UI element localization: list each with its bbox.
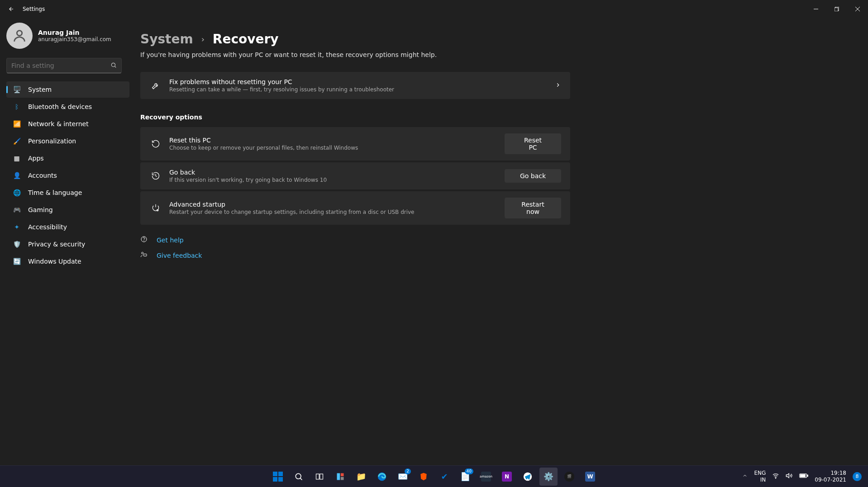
- sidebar-item-privacy[interactable]: 🛡️ Privacy & security: [6, 236, 129, 252]
- window-controls: [806, 0, 868, 18]
- card-advanced-startup: Advanced startup Restart your device to …: [140, 191, 570, 225]
- taskbar-right: ENG IN 19:18 09-07-2021 8: [742, 470, 868, 483]
- sidebar-item-label: Accessibility: [28, 223, 67, 231]
- card-subtitle: Resetting can take a while — first, try …: [169, 86, 555, 93]
- sidebar-item-windows-update[interactable]: 🔄 Windows Update: [6, 253, 129, 270]
- svg-rect-9: [316, 474, 320, 479]
- card-title: Fix problems without resetting your PC: [169, 78, 555, 85]
- grid-icon: ▦: [13, 154, 21, 162]
- sidebar-item-time-language[interactable]: 🌐 Time & language: [6, 184, 129, 201]
- sidebar-item-personalization[interactable]: 🖌️ Personalization: [6, 133, 129, 149]
- taskbar-app-davinci[interactable]: 🎬: [560, 468, 578, 486]
- minimize-button[interactable]: [806, 0, 826, 18]
- chevron-right-icon: [555, 81, 561, 90]
- card-title: Reset this PC: [169, 137, 505, 144]
- sidebar-item-gaming[interactable]: 🎮 Gaming: [6, 202, 129, 218]
- clock[interactable]: 19:18 09-07-2021: [815, 470, 846, 483]
- taskbar-app-edge[interactable]: [373, 468, 391, 486]
- help-links: Get help Give feedback: [140, 236, 850, 260]
- svg-rect-18: [807, 475, 808, 476]
- taskbar-app-telegram[interactable]: [519, 468, 537, 486]
- feedback-icon: [140, 251, 148, 260]
- power-settings-icon: [149, 203, 162, 213]
- taskbar-app-widgets[interactable]: [331, 468, 349, 486]
- sidebar-item-system[interactable]: 🖥️ System: [6, 81, 129, 98]
- search-input[interactable]: [11, 62, 110, 69]
- sidebar-item-apps[interactable]: ▦ Apps: [6, 150, 129, 166]
- files-badge: 40: [465, 468, 473, 474]
- taskbar-app-todo[interactable]: ✔: [435, 468, 453, 486]
- back-button[interactable]: [5, 2, 18, 16]
- battery-icon[interactable]: [799, 473, 808, 480]
- maximize-button[interactable]: [826, 0, 847, 18]
- avatar: [6, 23, 33, 49]
- svg-rect-7: [143, 254, 147, 256]
- time: 19:18: [815, 470, 846, 476]
- sidebar-item-label: Personalization: [28, 137, 76, 145]
- svg-point-1: [17, 31, 22, 36]
- card-go-back: Go back If this version isn't working, t…: [140, 162, 570, 189]
- sidebar-item-label: Network & internet: [28, 120, 89, 128]
- svg-point-16: [776, 478, 776, 478]
- date: 09-07-2021: [815, 477, 846, 483]
- close-button[interactable]: [847, 0, 868, 18]
- person-icon: 👤: [13, 171, 21, 180]
- notifications-badge[interactable]: 8: [853, 472, 862, 481]
- wifi-icon[interactable]: [772, 472, 779, 481]
- taskbar-search[interactable]: [290, 468, 308, 486]
- content-area: System › Recovery If you're having probl…: [136, 18, 868, 465]
- get-help-link[interactable]: Get help: [140, 236, 850, 245]
- taskbar-app-files[interactable]: 📄40: [456, 468, 474, 486]
- help-icon: [140, 236, 148, 245]
- sidebar-item-label: System: [28, 86, 52, 93]
- card-subtitle: Choose to keep or remove your personal f…: [169, 145, 505, 151]
- taskbar-app-file-explorer[interactable]: 📁: [352, 468, 370, 486]
- svg-point-8: [296, 473, 301, 479]
- tray-chevron[interactable]: [742, 473, 748, 480]
- sidebar: Anurag Jain anuragjain353@gmail.com 🖥️ S…: [0, 18, 136, 465]
- taskbar: 📁 ✉️2 ✔ 📄40 amazon N ⚙️ 🎬 W: [0, 465, 868, 487]
- card-fix-problems[interactable]: Fix problems without resetting your PC R…: [140, 72, 570, 99]
- sidebar-item-network[interactable]: 📶 Network & internet: [6, 116, 129, 132]
- taskbar-app-brave[interactable]: [415, 468, 433, 486]
- link-label: Give feedback: [157, 252, 202, 259]
- user-name: Anurag Jain: [38, 29, 111, 36]
- page-title: Recovery: [213, 32, 279, 47]
- sidebar-item-label: Accounts: [28, 172, 57, 179]
- search-icon: [110, 61, 117, 70]
- mail-badge: 2: [405, 468, 411, 474]
- taskbar-app-amazon-music[interactable]: amazon: [477, 468, 495, 486]
- sidebar-item-accounts[interactable]: 👤 Accounts: [6, 167, 129, 184]
- language-indicator[interactable]: ENG IN: [754, 470, 766, 483]
- taskbar-app-word[interactable]: W: [581, 468, 599, 486]
- breadcrumb: System › Recovery: [140, 32, 850, 47]
- taskbar-app-settings[interactable]: ⚙️: [539, 468, 558, 486]
- svg-rect-19: [801, 475, 806, 477]
- reset-pc-button[interactable]: Reset PC: [505, 133, 561, 154]
- sidebar-item-accessibility[interactable]: ✦ Accessibility: [6, 219, 129, 235]
- taskbar-app-onenote[interactable]: N: [498, 468, 516, 486]
- card-reset-pc: Reset this PC Choose to keep or remove y…: [140, 127, 570, 161]
- section-heading: Recovery options: [140, 113, 850, 121]
- wifi-icon: 📶: [13, 120, 21, 128]
- card-title: Go back: [169, 169, 505, 176]
- titlebar: Settings: [0, 0, 868, 18]
- user-block[interactable]: Anurag Jain anuragjain353@gmail.com: [6, 23, 129, 49]
- breadcrumb-parent[interactable]: System: [140, 32, 193, 47]
- sidebar-item-label: Time & language: [28, 189, 82, 196]
- link-label: Get help: [157, 236, 184, 244]
- volume-icon[interactable]: [786, 472, 793, 481]
- sidebar-item-bluetooth[interactable]: ᛒ Bluetooth & devices: [6, 99, 129, 115]
- start-button[interactable]: [269, 468, 287, 486]
- intro-text: If you're having problems with your PC o…: [140, 51, 850, 58]
- go-back-button[interactable]: Go back: [505, 169, 561, 183]
- taskbar-app-mail[interactable]: ✉️2: [394, 468, 412, 486]
- search-box[interactable]: [6, 58, 122, 73]
- taskbar-center: 📁 ✉️2 ✔ 📄40 amazon N ⚙️ 🎬 W: [269, 468, 599, 486]
- restart-now-button[interactable]: Restart now: [505, 198, 561, 218]
- task-view[interactable]: [310, 468, 329, 486]
- give-feedback-link[interactable]: Give feedback: [140, 251, 850, 260]
- card-subtitle: If this version isn't working, try going…: [169, 177, 505, 183]
- bluetooth-icon: ᛒ: [13, 103, 21, 111]
- svg-rect-10: [320, 474, 323, 479]
